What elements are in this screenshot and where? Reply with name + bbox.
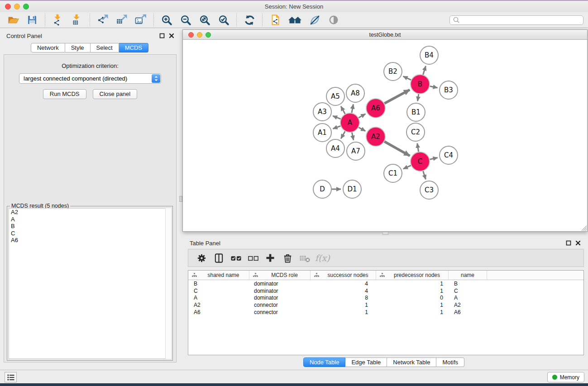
node-B1[interactable]: B1 xyxy=(407,103,425,121)
node-A[interactable]: A xyxy=(340,113,359,132)
horizontal-splitter-handle[interactable] xyxy=(382,232,388,235)
table-row[interactable]: A6connector11A6 xyxy=(188,309,583,316)
network-view-window[interactable]: testGlobe.txt B4B2BB3A5A8A6A3B1AA1C2A2A4… xyxy=(182,29,588,232)
search-box[interactable] xyxy=(449,15,583,25)
column-header-name[interactable]: name xyxy=(449,271,487,280)
node-C[interactable]: C xyxy=(411,152,430,171)
network-zoom-button[interactable] xyxy=(206,32,211,38)
cell-predecessor-nodes[interactable]: 1 xyxy=(376,309,449,315)
float-panel-icon[interactable] xyxy=(159,33,165,38)
cell-predecessor-nodes[interactable]: 1 xyxy=(376,288,449,294)
criterion-dropdown[interactable]: largest connected component (directed) xyxy=(19,73,161,84)
table-row[interactable]: Cdominator41C xyxy=(188,287,583,295)
table-row[interactable]: A2connector11A2 xyxy=(188,301,583,309)
import-table-button[interactable] xyxy=(71,13,83,27)
cell-predecessor-nodes[interactable]: 1 xyxy=(376,302,449,308)
refresh-layout-button[interactable] xyxy=(243,13,256,27)
edge-A-A7[interactable] xyxy=(352,133,354,140)
mcds-result-item[interactable]: B xyxy=(9,223,171,230)
column-header-successor-nodes[interactable]: successor nodes xyxy=(311,271,376,280)
edge-A-A3[interactable] xyxy=(333,116,340,119)
edge-B-B3[interactable] xyxy=(430,86,438,88)
edge-B-B2[interactable] xyxy=(403,76,411,80)
table-tab-network-table[interactable]: Network Table xyxy=(387,357,436,367)
home-button[interactable] xyxy=(288,13,302,27)
result-list-scrollbar[interactable] xyxy=(165,208,171,359)
cell-MCDS-role[interactable]: dominator xyxy=(249,295,311,301)
close-table-panel-icon[interactable] xyxy=(575,240,581,246)
cell-MCDS-role[interactable]: dominator xyxy=(249,281,311,287)
close-window-button[interactable] xyxy=(5,4,11,10)
cell-successor-nodes[interactable]: 4 xyxy=(311,288,376,294)
table-tab-motifs[interactable]: Motifs xyxy=(436,357,464,367)
mcds-result-item[interactable]: A xyxy=(9,216,171,223)
node-A4[interactable]: A4 xyxy=(326,139,344,157)
cell-successor-nodes[interactable]: 1 xyxy=(311,309,376,315)
unselect-all-columns-button[interactable] xyxy=(246,251,260,265)
zoom-window-button[interactable] xyxy=(23,4,29,10)
vizmapper-button[interactable] xyxy=(308,13,321,27)
save-session-button[interactable] xyxy=(26,13,38,27)
mcds-result-list[interactable]: A2ABCA6 xyxy=(9,208,171,359)
node-D[interactable]: D xyxy=(313,180,331,198)
close-panel-button[interactable]: Close panel xyxy=(93,89,138,99)
table-tab-node-table[interactable]: Node Table xyxy=(303,357,346,367)
tab-style[interactable]: Style xyxy=(65,43,91,52)
vertical-splitter-handle[interactable] xyxy=(179,196,182,202)
import-network-button[interactable] xyxy=(52,13,64,27)
open-session-button[interactable] xyxy=(7,13,19,27)
edge-C-C2[interactable] xyxy=(417,143,419,152)
memory-button[interactable]: Memory xyxy=(547,372,584,382)
table-row[interactable]: Bdominator41B xyxy=(188,280,583,287)
network-close-button[interactable] xyxy=(188,32,194,38)
eye-button[interactable] xyxy=(327,13,340,27)
minimize-window-button[interactable] xyxy=(14,4,20,10)
node-B2[interactable]: B2 xyxy=(384,62,402,81)
node-A5[interactable]: A5 xyxy=(326,87,344,105)
node-B[interactable]: B xyxy=(411,75,430,94)
node-B4[interactable]: B4 xyxy=(420,46,438,64)
cell-name[interactable]: A6 xyxy=(449,309,487,315)
node-A2[interactable]: A2 xyxy=(366,127,385,146)
network-minimize-button[interactable] xyxy=(197,32,202,38)
node-A3[interactable]: A3 xyxy=(313,103,331,121)
float-table-panel-icon[interactable] xyxy=(566,240,571,246)
edge-C-C1[interactable] xyxy=(403,166,411,169)
titlebar[interactable]: Session: New Session xyxy=(0,1,588,12)
cell-name[interactable]: A2 xyxy=(449,302,487,308)
edge-B-B4[interactable] xyxy=(423,66,426,75)
cell-MCDS-role[interactable]: connector xyxy=(249,302,311,308)
edge-A-A6[interactable] xyxy=(359,114,365,118)
cell-predecessor-nodes[interactable]: 1 xyxy=(376,281,449,287)
node-A6[interactable]: A6 xyxy=(366,99,385,118)
zoom-fit-button[interactable] xyxy=(198,13,211,27)
cell-name[interactable]: C xyxy=(449,288,487,294)
table-tab-edge-table[interactable]: Edge Table xyxy=(345,357,387,367)
node-C4[interactable]: C4 xyxy=(440,146,458,164)
mcds-result-item[interactable]: C xyxy=(9,230,171,237)
node-table[interactable]: shared nameMCDS rolesuccessor nodesprede… xyxy=(188,270,584,355)
edge-B-B1[interactable] xyxy=(418,94,419,101)
tab-network[interactable]: Network xyxy=(31,43,65,52)
add-column-button[interactable] xyxy=(263,251,277,265)
node-C1[interactable]: C1 xyxy=(384,164,402,182)
cell-successor-nodes[interactable]: 8 xyxy=(311,295,376,301)
cell-shared-name[interactable]: A xyxy=(188,295,249,301)
column-header-shared-name[interactable]: shared name xyxy=(188,271,249,280)
node-A1[interactable]: A1 xyxy=(313,124,331,142)
mcds-result-item[interactable]: A6 xyxy=(9,237,171,244)
column-header-MCDS-role[interactable]: MCDS role xyxy=(249,271,311,280)
node-B3[interactable]: B3 xyxy=(440,81,458,99)
cell-name[interactable]: B xyxy=(449,281,487,287)
zoom-in-button[interactable] xyxy=(160,13,173,27)
node-C2[interactable]: C2 xyxy=(406,123,425,141)
apply-function-button[interactable]: f(x) xyxy=(315,251,330,265)
export-network-button[interactable] xyxy=(96,13,109,27)
resize-grip-icon[interactable] xyxy=(581,225,587,231)
edge-A-A1[interactable] xyxy=(333,126,341,129)
cell-successor-nodes[interactable]: 4 xyxy=(311,281,376,287)
edge-C-C3[interactable] xyxy=(423,171,426,179)
column-header-predecessor-nodes[interactable]: predecessor nodes xyxy=(376,271,449,280)
cell-successor-nodes[interactable]: 1 xyxy=(311,302,376,308)
edge-A2-C[interactable] xyxy=(384,142,410,156)
